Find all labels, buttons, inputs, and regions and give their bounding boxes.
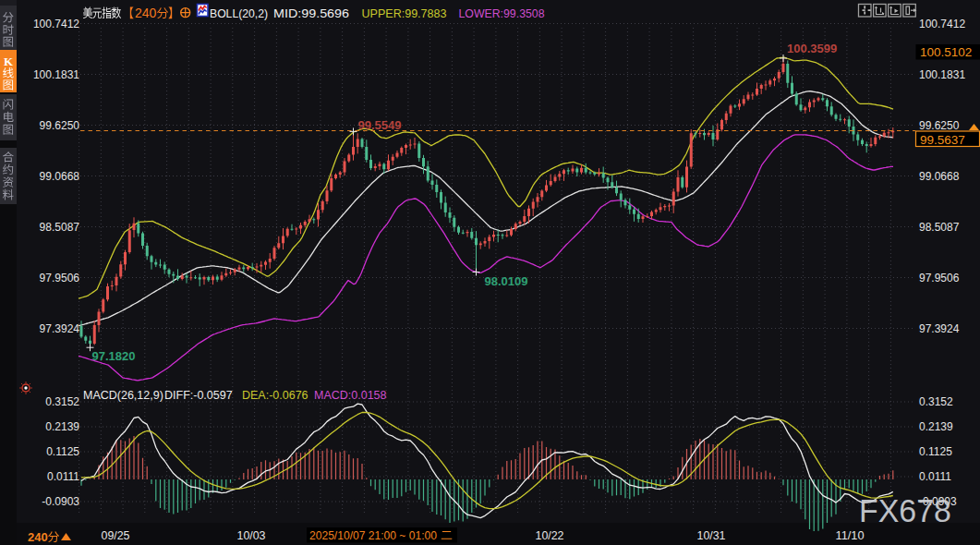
svg-text:100.1831: 100.1831 — [919, 68, 965, 81]
svg-text:97.3924: 97.3924 — [40, 322, 80, 335]
svg-text:99.0668: 99.0668 — [919, 170, 960, 183]
svg-text:UPPER:99.7883: UPPER:99.7883 — [362, 6, 447, 20]
svg-text:99.6250: 99.6250 — [919, 119, 960, 132]
svg-text:MACD(26,12,9): MACD(26,12,9) — [83, 389, 163, 402]
svg-text:99.5637: 99.5637 — [920, 133, 965, 147]
svg-text:97.9506: 97.9506 — [919, 272, 960, 285]
svg-text:100.3599: 100.3599 — [787, 42, 837, 55]
svg-text:0.1125: 0.1125 — [46, 445, 79, 458]
svg-text:98.0109: 98.0109 — [485, 274, 528, 288]
svg-text:0.1125: 0.1125 — [919, 445, 952, 458]
svg-text:100.1831: 100.1831 — [33, 68, 79, 81]
svg-text:99.0668: 99.0668 — [40, 170, 80, 183]
svg-text:FX678: FX678 — [859, 492, 951, 528]
svg-text:10/31: 10/31 — [697, 529, 726, 542]
svg-text:10/03: 10/03 — [237, 529, 266, 542]
svg-text:2025/10/07 21:00 ~ 01:00: 2025/10/07 21:00 ~ 01:00 — [309, 528, 437, 542]
svg-text:240: 240 — [28, 530, 48, 544]
svg-text:97.9506: 97.9506 — [40, 272, 80, 285]
svg-text:09/25: 09/25 — [102, 529, 130, 542]
svg-text:11/10: 11/10 — [836, 529, 865, 542]
svg-text:MID:99.5696: MID:99.5696 — [273, 6, 349, 20]
svg-text:98.5087: 98.5087 — [40, 221, 80, 234]
svg-text:100.7412: 100.7412 — [33, 18, 79, 30]
svg-text:DEA:-0.0676: DEA:-0.0676 — [242, 389, 309, 402]
svg-text:97.1820: 97.1820 — [92, 349, 136, 363]
svg-text:MACD:0.0158: MACD:0.0158 — [314, 389, 387, 402]
svg-text:99.5549: 99.5549 — [358, 118, 402, 132]
svg-text:0.3152: 0.3152 — [45, 395, 79, 408]
svg-text:0.2139: 0.2139 — [45, 420, 79, 433]
svg-text:0.0111: 0.0111 — [47, 470, 79, 483]
svg-text:100.7412: 100.7412 — [919, 18, 965, 30]
svg-text:10/22: 10/22 — [536, 529, 564, 542]
svg-text:97.3924: 97.3924 — [919, 322, 960, 335]
svg-text:-0.0903: -0.0903 — [42, 495, 79, 508]
svg-text:0.0111: 0.0111 — [919, 470, 951, 483]
svg-text:0.2139: 0.2139 — [919, 420, 953, 433]
svg-text:99.6250: 99.6250 — [40, 119, 80, 132]
svg-text:98.5087: 98.5087 — [919, 221, 960, 234]
svg-text:100.5102: 100.5102 — [920, 45, 972, 59]
svg-text:DIFF:-0.0597: DIFF:-0.0597 — [164, 389, 233, 402]
svg-text:BOLL(20,2): BOLL(20,2) — [210, 6, 268, 20]
svg-text:0.3152: 0.3152 — [919, 395, 953, 408]
svg-text:LOWER:99.3508: LOWER:99.3508 — [459, 6, 545, 20]
svg-text:240: 240 — [135, 6, 157, 20]
svg-text:K: K — [4, 54, 14, 68]
